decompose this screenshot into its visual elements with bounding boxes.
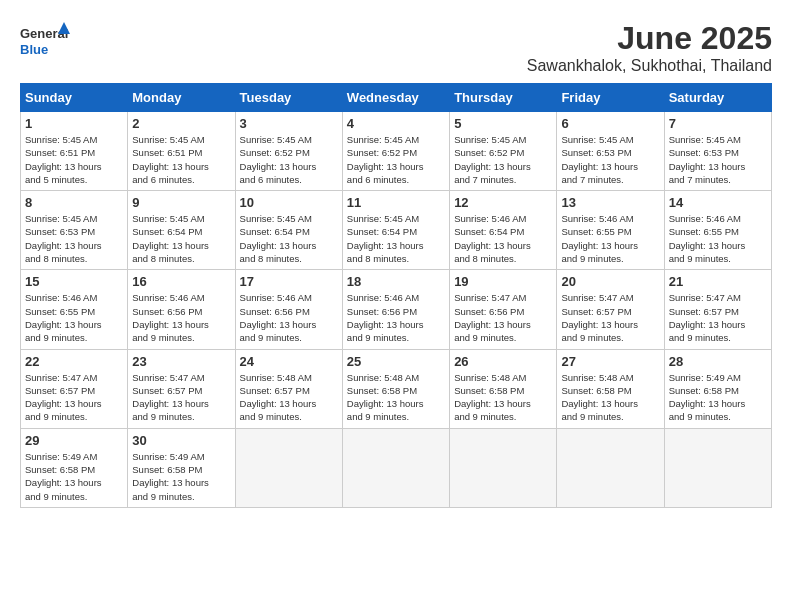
cal-cell: 17Sunrise: 5:46 AM Sunset: 6:56 PM Dayli…	[235, 270, 342, 349]
day-number: 30	[132, 433, 230, 448]
svg-text:Blue: Blue	[20, 42, 48, 57]
day-number: 27	[561, 354, 659, 369]
cell-info: Sunrise: 5:45 AM Sunset: 6:51 PM Dayligh…	[132, 133, 230, 186]
cell-info: Sunrise: 5:47 AM Sunset: 6:57 PM Dayligh…	[132, 371, 230, 424]
cell-info: Sunrise: 5:48 AM Sunset: 6:58 PM Dayligh…	[561, 371, 659, 424]
day-number: 20	[561, 274, 659, 289]
cal-cell: 10Sunrise: 5:45 AM Sunset: 6:54 PM Dayli…	[235, 191, 342, 270]
cal-cell: 12Sunrise: 5:46 AM Sunset: 6:54 PM Dayli…	[450, 191, 557, 270]
cal-cell: 15Sunrise: 5:46 AM Sunset: 6:55 PM Dayli…	[21, 270, 128, 349]
cell-info: Sunrise: 5:46 AM Sunset: 6:55 PM Dayligh…	[561, 212, 659, 265]
cal-cell: 2Sunrise: 5:45 AM Sunset: 6:51 PM Daylig…	[128, 112, 235, 191]
day-number: 25	[347, 354, 445, 369]
calendar-table: SundayMondayTuesdayWednesdayThursdayFrid…	[20, 83, 772, 508]
cal-cell: 19Sunrise: 5:47 AM Sunset: 6:56 PM Dayli…	[450, 270, 557, 349]
cell-info: Sunrise: 5:48 AM Sunset: 6:58 PM Dayligh…	[347, 371, 445, 424]
cell-info: Sunrise: 5:46 AM Sunset: 6:56 PM Dayligh…	[347, 291, 445, 344]
day-number: 13	[561, 195, 659, 210]
cell-info: Sunrise: 5:45 AM Sunset: 6:54 PM Dayligh…	[240, 212, 338, 265]
day-number: 11	[347, 195, 445, 210]
cal-cell: 25Sunrise: 5:48 AM Sunset: 6:58 PM Dayli…	[342, 349, 449, 428]
cell-info: Sunrise: 5:49 AM Sunset: 6:58 PM Dayligh…	[132, 450, 230, 503]
cal-cell: 14Sunrise: 5:46 AM Sunset: 6:55 PM Dayli…	[664, 191, 771, 270]
page-header: General Blue June 2025 Sawankhalok, Sukh…	[20, 20, 772, 75]
day-number: 10	[240, 195, 338, 210]
day-number: 9	[132, 195, 230, 210]
cal-cell: 13Sunrise: 5:46 AM Sunset: 6:55 PM Dayli…	[557, 191, 664, 270]
cal-cell: 28Sunrise: 5:49 AM Sunset: 6:58 PM Dayli…	[664, 349, 771, 428]
day-number: 2	[132, 116, 230, 131]
logo: General Blue	[20, 20, 70, 65]
day-number: 29	[25, 433, 123, 448]
day-number: 12	[454, 195, 552, 210]
cal-cell: 7Sunrise: 5:45 AM Sunset: 6:53 PM Daylig…	[664, 112, 771, 191]
day-number: 1	[25, 116, 123, 131]
cell-info: Sunrise: 5:45 AM Sunset: 6:53 PM Dayligh…	[25, 212, 123, 265]
cell-info: Sunrise: 5:47 AM Sunset: 6:57 PM Dayligh…	[669, 291, 767, 344]
day-number: 19	[454, 274, 552, 289]
day-number: 3	[240, 116, 338, 131]
cell-info: Sunrise: 5:48 AM Sunset: 6:58 PM Dayligh…	[454, 371, 552, 424]
day-header-saturday: Saturday	[664, 84, 771, 112]
day-number: 6	[561, 116, 659, 131]
cell-info: Sunrise: 5:45 AM Sunset: 6:52 PM Dayligh…	[347, 133, 445, 186]
day-number: 18	[347, 274, 445, 289]
day-number: 17	[240, 274, 338, 289]
logo-svg: General Blue	[20, 20, 70, 65]
day-number: 16	[132, 274, 230, 289]
cal-cell	[664, 428, 771, 507]
cell-info: Sunrise: 5:49 AM Sunset: 6:58 PM Dayligh…	[25, 450, 123, 503]
cal-cell	[235, 428, 342, 507]
day-number: 5	[454, 116, 552, 131]
cal-cell: 1Sunrise: 5:45 AM Sunset: 6:51 PM Daylig…	[21, 112, 128, 191]
day-header-wednesday: Wednesday	[342, 84, 449, 112]
cal-cell	[557, 428, 664, 507]
cal-cell: 30Sunrise: 5:49 AM Sunset: 6:58 PM Dayli…	[128, 428, 235, 507]
cal-cell: 11Sunrise: 5:45 AM Sunset: 6:54 PM Dayli…	[342, 191, 449, 270]
cal-cell: 21Sunrise: 5:47 AM Sunset: 6:57 PM Dayli…	[664, 270, 771, 349]
day-number: 22	[25, 354, 123, 369]
calendar-subtitle: Sawankhalok, Sukhothai, Thailand	[527, 57, 772, 75]
week-row-1: 1Sunrise: 5:45 AM Sunset: 6:51 PM Daylig…	[21, 112, 772, 191]
cal-cell: 9Sunrise: 5:45 AM Sunset: 6:54 PM Daylig…	[128, 191, 235, 270]
cell-info: Sunrise: 5:47 AM Sunset: 6:57 PM Dayligh…	[25, 371, 123, 424]
cal-cell: 5Sunrise: 5:45 AM Sunset: 6:52 PM Daylig…	[450, 112, 557, 191]
calendar-title: June 2025	[527, 20, 772, 57]
cal-cell: 16Sunrise: 5:46 AM Sunset: 6:56 PM Dayli…	[128, 270, 235, 349]
day-header-monday: Monday	[128, 84, 235, 112]
cal-cell: 3Sunrise: 5:45 AM Sunset: 6:52 PM Daylig…	[235, 112, 342, 191]
day-number: 15	[25, 274, 123, 289]
week-row-4: 22Sunrise: 5:47 AM Sunset: 6:57 PM Dayli…	[21, 349, 772, 428]
cell-info: Sunrise: 5:45 AM Sunset: 6:53 PM Dayligh…	[561, 133, 659, 186]
cell-info: Sunrise: 5:45 AM Sunset: 6:54 PM Dayligh…	[347, 212, 445, 265]
day-number: 26	[454, 354, 552, 369]
cal-cell: 20Sunrise: 5:47 AM Sunset: 6:57 PM Dayli…	[557, 270, 664, 349]
cell-info: Sunrise: 5:46 AM Sunset: 6:56 PM Dayligh…	[240, 291, 338, 344]
day-number: 21	[669, 274, 767, 289]
day-number: 7	[669, 116, 767, 131]
day-header-sunday: Sunday	[21, 84, 128, 112]
cal-cell: 18Sunrise: 5:46 AM Sunset: 6:56 PM Dayli…	[342, 270, 449, 349]
cal-cell	[450, 428, 557, 507]
cal-cell: 29Sunrise: 5:49 AM Sunset: 6:58 PM Dayli…	[21, 428, 128, 507]
cell-info: Sunrise: 5:45 AM Sunset: 6:51 PM Dayligh…	[25, 133, 123, 186]
day-number: 28	[669, 354, 767, 369]
week-row-2: 8Sunrise: 5:45 AM Sunset: 6:53 PM Daylig…	[21, 191, 772, 270]
day-header-friday: Friday	[557, 84, 664, 112]
week-row-5: 29Sunrise: 5:49 AM Sunset: 6:58 PM Dayli…	[21, 428, 772, 507]
title-area: June 2025 Sawankhalok, Sukhothai, Thaila…	[527, 20, 772, 75]
cell-info: Sunrise: 5:49 AM Sunset: 6:58 PM Dayligh…	[669, 371, 767, 424]
cal-cell: 27Sunrise: 5:48 AM Sunset: 6:58 PM Dayli…	[557, 349, 664, 428]
cell-info: Sunrise: 5:45 AM Sunset: 6:54 PM Dayligh…	[132, 212, 230, 265]
cell-info: Sunrise: 5:47 AM Sunset: 6:56 PM Dayligh…	[454, 291, 552, 344]
cell-info: Sunrise: 5:48 AM Sunset: 6:57 PM Dayligh…	[240, 371, 338, 424]
cell-info: Sunrise: 5:46 AM Sunset: 6:54 PM Dayligh…	[454, 212, 552, 265]
cell-info: Sunrise: 5:46 AM Sunset: 6:55 PM Dayligh…	[25, 291, 123, 344]
cal-cell: 4Sunrise: 5:45 AM Sunset: 6:52 PM Daylig…	[342, 112, 449, 191]
day-number: 23	[132, 354, 230, 369]
cell-info: Sunrise: 5:45 AM Sunset: 6:52 PM Dayligh…	[240, 133, 338, 186]
cal-cell: 6Sunrise: 5:45 AM Sunset: 6:53 PM Daylig…	[557, 112, 664, 191]
cell-info: Sunrise: 5:47 AM Sunset: 6:57 PM Dayligh…	[561, 291, 659, 344]
cal-cell: 8Sunrise: 5:45 AM Sunset: 6:53 PM Daylig…	[21, 191, 128, 270]
day-number: 4	[347, 116, 445, 131]
